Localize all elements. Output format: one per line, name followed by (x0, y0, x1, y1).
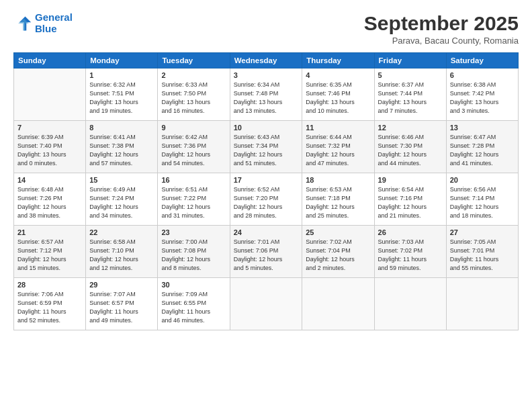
day-number: 19 (378, 176, 443, 184)
table-row (230, 278, 302, 330)
day-number: 28 (17, 281, 82, 289)
table-row (374, 278, 446, 330)
day-info: Sunrise: 6:42 AM Sunset: 7:36 PM Dayligh… (161, 133, 226, 168)
header-friday: Friday (374, 53, 446, 68)
day-info: Sunrise: 6:37 AM Sunset: 7:44 PM Dayligh… (378, 81, 443, 116)
header-row: Sunday Monday Tuesday Wednesday Thursday… (14, 53, 519, 68)
day-number: 6 (450, 71, 515, 79)
day-info: Sunrise: 7:05 AM Sunset: 7:01 PM Dayligh… (450, 238, 515, 273)
table-row: 17Sunrise: 6:52 AM Sunset: 7:20 PM Dayli… (230, 173, 302, 226)
title-block: September 2025 Parava, Bacau County, Rom… (364, 12, 519, 46)
header-sunday: Sunday (14, 53, 86, 68)
location-subtitle: Parava, Bacau County, Romania (364, 36, 519, 46)
header-wednesday: Wednesday (230, 53, 302, 68)
table-row: 18Sunrise: 6:53 AM Sunset: 7:18 PM Dayli… (302, 173, 374, 226)
table-row: 4Sunrise: 6:35 AM Sunset: 7:46 PM Daylig… (302, 68, 374, 121)
day-number: 20 (450, 176, 515, 184)
day-info: Sunrise: 7:01 AM Sunset: 7:06 PM Dayligh… (234, 238, 299, 273)
day-number: 13 (450, 124, 515, 132)
day-info: Sunrise: 6:46 AM Sunset: 7:30 PM Dayligh… (378, 133, 443, 168)
day-info: Sunrise: 6:39 AM Sunset: 7:40 PM Dayligh… (17, 133, 82, 168)
table-row: 2Sunrise: 6:33 AM Sunset: 7:50 PM Daylig… (158, 68, 230, 121)
day-number: 24 (234, 228, 299, 236)
table-row (14, 68, 86, 121)
calendar-week-4: 21Sunrise: 6:57 AM Sunset: 7:12 PM Dayli… (14, 226, 519, 278)
day-info: Sunrise: 7:00 AM Sunset: 7:08 PM Dayligh… (161, 238, 226, 273)
day-number: 21 (17, 228, 82, 236)
day-number: 8 (89, 124, 154, 132)
table-row: 15Sunrise: 6:49 AM Sunset: 7:24 PM Dayli… (86, 173, 158, 226)
header-thursday: Thursday (302, 53, 374, 68)
day-info: Sunrise: 6:48 AM Sunset: 7:26 PM Dayligh… (17, 185, 82, 220)
day-info: Sunrise: 6:38 AM Sunset: 7:42 PM Dayligh… (450, 81, 515, 116)
day-number: 12 (378, 124, 443, 132)
table-row: 14Sunrise: 6:48 AM Sunset: 7:26 PM Dayli… (14, 173, 86, 226)
logo-general: General (35, 11, 73, 23)
calendar-week-5: 28Sunrise: 7:06 AM Sunset: 6:59 PM Dayli… (14, 278, 519, 330)
day-number: 23 (161, 228, 226, 236)
table-row: 29Sunrise: 7:07 AM Sunset: 6:57 PM Dayli… (86, 278, 158, 330)
table-row: 9Sunrise: 6:42 AM Sunset: 7:36 PM Daylig… (158, 121, 230, 173)
day-info: Sunrise: 6:58 AM Sunset: 7:10 PM Dayligh… (89, 238, 154, 273)
calendar-week-1: 1Sunrise: 6:32 AM Sunset: 7:51 PM Daylig… (14, 68, 519, 121)
day-info: Sunrise: 6:34 AM Sunset: 7:48 PM Dayligh… (234, 81, 299, 116)
table-row: 19Sunrise: 6:54 AM Sunset: 7:16 PM Dayli… (374, 173, 446, 226)
day-number: 9 (161, 124, 226, 132)
header-saturday: Saturday (446, 53, 518, 68)
day-number: 7 (17, 124, 82, 132)
day-number: 30 (161, 281, 226, 289)
table-row: 8Sunrise: 6:41 AM Sunset: 7:38 PM Daylig… (86, 121, 158, 173)
table-row: 10Sunrise: 6:43 AM Sunset: 7:34 PM Dayli… (230, 121, 302, 173)
day-info: Sunrise: 6:32 AM Sunset: 7:51 PM Dayligh… (89, 81, 154, 116)
table-row: 11Sunrise: 6:44 AM Sunset: 7:32 PM Dayli… (302, 121, 374, 173)
day-number: 25 (306, 228, 370, 236)
table-row: 27Sunrise: 7:05 AM Sunset: 7:01 PM Dayli… (446, 226, 518, 278)
day-info: Sunrise: 7:03 AM Sunset: 7:02 PM Dayligh… (378, 238, 443, 273)
day-number: 27 (450, 228, 515, 236)
day-number: 10 (234, 124, 299, 132)
day-number: 4 (306, 71, 370, 79)
day-number: 2 (161, 71, 226, 79)
day-number: 15 (89, 176, 154, 184)
table-row: 20Sunrise: 6:56 AM Sunset: 7:14 PM Dayli… (446, 173, 518, 226)
table-row: 25Sunrise: 7:02 AM Sunset: 7:04 PM Dayli… (302, 226, 374, 278)
day-info: Sunrise: 6:52 AM Sunset: 7:20 PM Dayligh… (234, 185, 299, 220)
logo-text: General Blue (35, 12, 73, 34)
day-info: Sunrise: 6:51 AM Sunset: 7:22 PM Dayligh… (161, 185, 226, 220)
day-info: Sunrise: 6:47 AM Sunset: 7:28 PM Dayligh… (450, 133, 515, 168)
table-row: 7Sunrise: 6:39 AM Sunset: 7:40 PM Daylig… (14, 121, 86, 173)
table-row: 23Sunrise: 7:00 AM Sunset: 7:08 PM Dayli… (158, 226, 230, 278)
table-row: 13Sunrise: 6:47 AM Sunset: 7:28 PM Dayli… (446, 121, 518, 173)
day-info: Sunrise: 6:53 AM Sunset: 7:18 PM Dayligh… (306, 185, 370, 220)
day-info: Sunrise: 6:56 AM Sunset: 7:14 PM Dayligh… (450, 185, 515, 220)
header-tuesday: Tuesday (158, 53, 230, 68)
day-info: Sunrise: 6:44 AM Sunset: 7:32 PM Dayligh… (306, 133, 370, 168)
table-row (446, 278, 518, 330)
day-number: 22 (89, 228, 154, 236)
day-info: Sunrise: 6:54 AM Sunset: 7:16 PM Dayligh… (378, 185, 443, 220)
day-info: Sunrise: 6:49 AM Sunset: 7:24 PM Dayligh… (89, 185, 154, 220)
day-number: 26 (378, 228, 443, 236)
calendar-table: Sunday Monday Tuesday Wednesday Thursday… (13, 52, 519, 330)
logo-blue: Blue (35, 23, 57, 34)
table-row: 6Sunrise: 6:38 AM Sunset: 7:42 PM Daylig… (446, 68, 518, 121)
table-row: 16Sunrise: 6:51 AM Sunset: 7:22 PM Dayli… (158, 173, 230, 226)
header-monday: Monday (86, 53, 158, 68)
day-number: 14 (17, 176, 82, 184)
calendar-week-3: 14Sunrise: 6:48 AM Sunset: 7:26 PM Dayli… (14, 173, 519, 226)
logo-icon (13, 14, 32, 33)
day-number: 29 (89, 281, 154, 289)
table-row: 3Sunrise: 6:34 AM Sunset: 7:48 PM Daylig… (230, 68, 302, 121)
day-info: Sunrise: 6:41 AM Sunset: 7:38 PM Dayligh… (89, 133, 154, 168)
table-row: 24Sunrise: 7:01 AM Sunset: 7:06 PM Dayli… (230, 226, 302, 278)
day-info: Sunrise: 6:33 AM Sunset: 7:50 PM Dayligh… (161, 81, 226, 116)
day-number: 11 (306, 124, 370, 132)
month-title: September 2025 (364, 12, 519, 34)
day-info: Sunrise: 7:09 AM Sunset: 6:55 PM Dayligh… (161, 290, 226, 325)
table-row (302, 278, 374, 330)
day-info: Sunrise: 6:43 AM Sunset: 7:34 PM Dayligh… (234, 133, 299, 168)
day-number: 16 (161, 176, 226, 184)
table-row: 28Sunrise: 7:06 AM Sunset: 6:59 PM Dayli… (14, 278, 86, 330)
day-number: 1 (89, 71, 154, 79)
table-row: 30Sunrise: 7:09 AM Sunset: 6:55 PM Dayli… (158, 278, 230, 330)
